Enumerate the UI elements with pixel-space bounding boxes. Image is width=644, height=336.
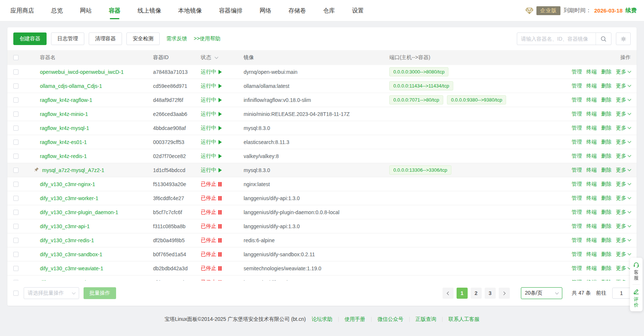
- nav-item-7[interactable]: 网络: [260, 0, 271, 21]
- row-checkbox[interactable]: [13, 224, 18, 229]
- container-name-link[interactable]: dify_v130_c3mr-worker-1: [40, 195, 98, 201]
- header-status-filter[interactable]: 状态: [201, 54, 244, 61]
- status-cell[interactable]: 已停止: [201, 195, 244, 202]
- row-checkbox[interactable]: [13, 140, 18, 145]
- footer-link-4[interactable]: 联系人工客服: [448, 316, 479, 323]
- action-more[interactable]: 更多: [616, 181, 631, 188]
- status-cell[interactable]: 运行中: [201, 125, 244, 131]
- footer-link-0[interactable]: 论坛求助: [312, 316, 332, 323]
- action-terminal[interactable]: 终端: [586, 69, 597, 75]
- action-more[interactable]: 更多: [616, 139, 631, 145]
- action-terminal[interactable]: 终端: [586, 181, 597, 188]
- container-name-link[interactable]: dify_v130_c3mr-api-1: [40, 223, 90, 229]
- container-name-link[interactable]: dify_v130_c3mr-redis-1: [40, 237, 94, 243]
- container-name-link[interactable]: ollama_cdjs-ollama_Cdjs-1: [40, 83, 102, 89]
- port-mapping-badge[interactable]: 0.0.0.0:11434-->11434/tcp: [389, 81, 453, 90]
- action-delete[interactable]: 删除: [601, 139, 611, 145]
- action-more[interactable]: 更多: [616, 223, 631, 230]
- search-input[interactable]: [517, 33, 596, 45]
- action-delete[interactable]: 删除: [601, 237, 611, 244]
- nav-item-2[interactable]: 网站: [80, 0, 92, 21]
- status-cell[interactable]: 运行中: [201, 83, 244, 89]
- action-delete[interactable]: 删除: [601, 251, 611, 258]
- prev-page-button[interactable]: [443, 288, 454, 299]
- action-delete[interactable]: 删除: [601, 195, 611, 202]
- action-manage[interactable]: 管理: [572, 167, 582, 174]
- port-mapping-badge[interactable]: 0.0.0.0:13306-->3306/tcp: [389, 165, 451, 175]
- port-mapping-badge[interactable]: 0.0.0.0:7071-->80/tcp: [389, 95, 443, 104]
- action-more[interactable]: 更多: [616, 209, 631, 216]
- action-manage[interactable]: 管理: [572, 69, 582, 75]
- action-terminal[interactable]: 终端: [586, 139, 597, 145]
- container-name-link[interactable]: ragflow_kr4z-minio-1: [40, 111, 88, 117]
- status-cell[interactable]: 已停止: [201, 181, 244, 188]
- action-more[interactable]: 更多: [616, 195, 631, 202]
- row-checkbox[interactable]: [13, 154, 18, 159]
- action-manage[interactable]: 管理: [572, 153, 582, 160]
- action-manage[interactable]: 管理: [572, 279, 582, 281]
- container-name-link[interactable]: mysql_a7z2-mysql_A7z2-1: [42, 167, 104, 173]
- action-terminal[interactable]: 终端: [586, 279, 597, 281]
- nav-item-3[interactable]: 容器: [109, 0, 121, 21]
- action-delete[interactable]: 删除: [601, 83, 611, 89]
- row-checkbox[interactable]: [13, 182, 18, 187]
- table-settings-button[interactable]: [616, 32, 631, 45]
- nav-item-6[interactable]: 容器编排: [219, 0, 243, 21]
- action-terminal[interactable]: 终端: [586, 111, 597, 117]
- status-cell[interactable]: 运行中: [201, 69, 244, 75]
- action-manage[interactable]: 管理: [572, 83, 582, 89]
- clean-container-button[interactable]: 清理容器: [89, 32, 122, 45]
- nav-item-0[interactable]: 应用商店: [10, 0, 34, 21]
- action-delete[interactable]: 删除: [601, 209, 611, 216]
- next-page-button[interactable]: [499, 288, 510, 299]
- action-delete[interactable]: 删除: [601, 125, 611, 131]
- action-delete[interactable]: 删除: [601, 153, 611, 160]
- feedback-link[interactable]: 需求反馈: [166, 35, 187, 42]
- action-delete[interactable]: 删除: [601, 279, 611, 281]
- action-more[interactable]: 更多: [616, 125, 631, 131]
- row-checkbox[interactable]: [13, 210, 18, 215]
- search-button[interactable]: [596, 33, 611, 45]
- action-terminal[interactable]: 终端: [586, 97, 597, 103]
- action-terminal[interactable]: 终端: [586, 195, 597, 202]
- goto-page-input[interactable]: [612, 288, 631, 299]
- action-manage[interactable]: 管理: [572, 265, 582, 272]
- container-name-link[interactable]: dify_v130_c3mr-sandbox-1: [40, 251, 102, 257]
- action-delete[interactable]: 删除: [601, 265, 611, 272]
- action-terminal[interactable]: 终端: [586, 265, 597, 272]
- footer-link-1[interactable]: 使用手册: [345, 316, 365, 323]
- container-name-link[interactable]: ragflow_kr4z-mysql-1: [40, 125, 89, 131]
- status-cell[interactable]: 运行中: [201, 167, 244, 174]
- footer-link-3[interactable]: 正版查询: [416, 316, 436, 323]
- status-cell[interactable]: 运行中: [201, 139, 244, 145]
- action-terminal[interactable]: 终端: [586, 223, 597, 230]
- action-more[interactable]: 更多: [616, 279, 631, 281]
- row-checkbox[interactable]: [13, 196, 18, 201]
- action-delete[interactable]: 删除: [601, 69, 611, 75]
- action-manage[interactable]: 管理: [572, 111, 582, 117]
- log-manage-button[interactable]: 日志管理: [51, 32, 84, 45]
- batch-operation-button[interactable]: 批量操作: [84, 287, 116, 299]
- action-delete[interactable]: 删除: [601, 167, 611, 174]
- action-delete[interactable]: 删除: [601, 111, 611, 117]
- action-more[interactable]: 更多: [616, 83, 631, 89]
- nav-item-9[interactable]: 仓库: [323, 0, 335, 21]
- action-manage[interactable]: 管理: [572, 195, 582, 202]
- status-cell[interactable]: 已停止: [201, 237, 244, 244]
- container-name-link[interactable]: dify_v130_c3mr-web-1: [40, 280, 92, 281]
- row-checkbox[interactable]: [13, 168, 18, 173]
- customer-service-button[interactable]: 客服: [633, 261, 639, 281]
- action-terminal[interactable]: 终端: [586, 167, 597, 174]
- row-checkbox[interactable]: [13, 126, 18, 131]
- status-cell[interactable]: 运行中: [201, 111, 244, 117]
- action-manage[interactable]: 管理: [572, 139, 582, 145]
- status-cell[interactable]: 已停止: [201, 209, 244, 216]
- footer-link-2[interactable]: 微信公众号: [377, 316, 403, 323]
- container-name-link[interactable]: dify_v130_c3mr-plugin_daemon-1: [40, 209, 118, 215]
- action-more[interactable]: 更多: [616, 251, 631, 258]
- row-checkbox[interactable]: [13, 97, 18, 103]
- action-more[interactable]: 更多: [616, 69, 631, 75]
- action-manage[interactable]: 管理: [572, 97, 582, 103]
- status-cell[interactable]: 已停止: [201, 279, 244, 281]
- action-more[interactable]: 更多: [616, 153, 631, 160]
